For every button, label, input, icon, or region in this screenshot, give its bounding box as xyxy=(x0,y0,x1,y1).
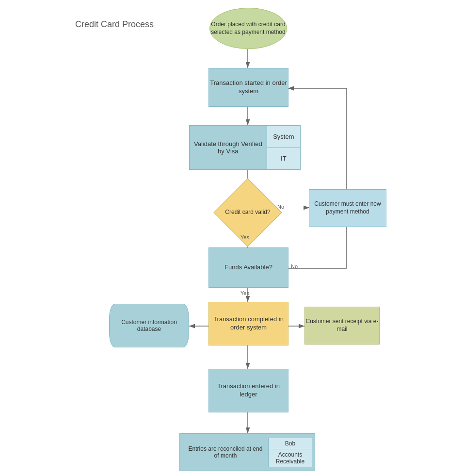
transaction-ledger-node: Transaction entered in ledger xyxy=(208,369,288,412)
lane-it-label: IT xyxy=(267,148,300,170)
yes-label-2: Yes xyxy=(240,290,249,296)
no-label-1: No xyxy=(277,204,284,210)
reconcile-label: Entries are reconciled at end of month xyxy=(183,443,268,462)
no-label-2: No xyxy=(291,263,298,269)
reconcile-person-label: Bob xyxy=(269,438,312,449)
transaction-start-node: Transaction started in order system xyxy=(208,68,288,107)
customer-receipt-node: Customer sent receipt via e-mail xyxy=(304,307,380,345)
reconcile-dept-label: Accounts Receivable xyxy=(269,449,312,467)
validate-node: Validate through Verified by Visa System… xyxy=(189,125,301,170)
diagram-title: Credit Card Process xyxy=(75,19,154,30)
transaction-complete-node: Transaction completed in order system xyxy=(208,302,288,345)
reconcile-node: Entries are reconciled at end of month B… xyxy=(179,433,315,471)
start-node: Order placed with credit card selected a… xyxy=(209,8,287,49)
lane-system-label: System xyxy=(267,126,300,148)
validate-label: Validate through Verified by Visa xyxy=(190,126,267,169)
funds-available-node: Funds Available? xyxy=(208,247,288,288)
diagram-container: Credit Card Process xyxy=(0,0,464,476)
customer-db-node: Customer information database xyxy=(109,304,189,347)
new-payment-node: Customer must enter new payment method xyxy=(309,189,386,227)
